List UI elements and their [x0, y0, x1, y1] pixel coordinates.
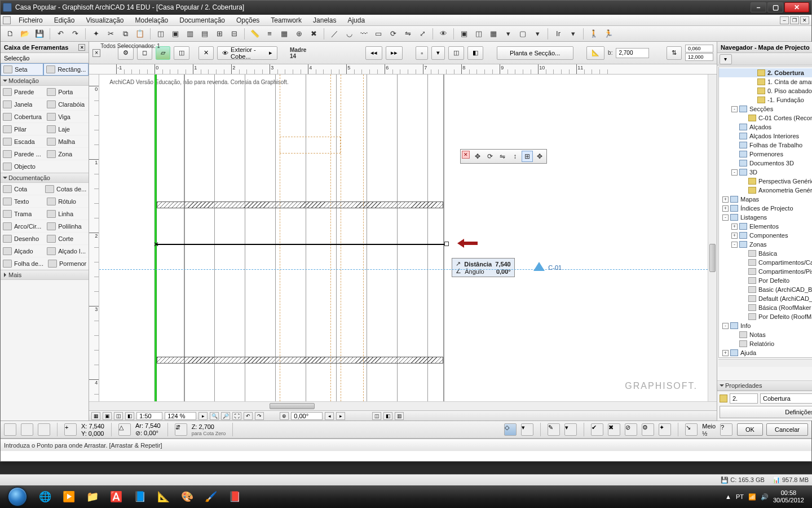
tool-polilinha[interactable]: Polilinha [45, 220, 89, 233]
tree-item[interactable]: -Secções [719, 104, 812, 113]
taskbar-chrome-icon[interactable]: 🎨 [176, 488, 198, 505]
tool-c-icon[interactable]: ▥ [184, 28, 196, 40]
properties-header[interactable]: Propriedades [717, 380, 812, 391]
mirror-icon[interactable]: ⇋ [401, 28, 414, 40]
orient-field[interactable]: 0,00° [291, 412, 323, 420]
start-button[interactable] [2, 487, 33, 507]
tree-item[interactable]: +Índices de Projecto [719, 204, 812, 213]
grid-icon[interactable]: ▦ [278, 28, 290, 40]
tool-aladoi[interactable]: Alçado I... [45, 245, 89, 257]
tree-item[interactable]: 1. Cinta de amarração [719, 77, 812, 86]
nav-popup[interactable]: ▾ [720, 54, 732, 64]
save-icon[interactable]: 💾 [33, 28, 46, 40]
system-tray[interactable]: ▲ PT 📶 🔊 00:58 30/05/2012 [725, 489, 810, 504]
tree-hscroll[interactable] [718, 359, 812, 367]
tree-item[interactable]: Pormenores [719, 150, 812, 159]
tree-item[interactable]: Relatório [719, 339, 812, 348]
minimize-button[interactable]: – [751, 2, 766, 12]
dim-icon1[interactable]: 📐 [586, 46, 604, 60]
tree-item[interactable]: Básica (RoofMaker 2.1) [719, 303, 812, 312]
qo-3[interactable]: ◫ [114, 412, 123, 420]
geom3-btn[interactable]: ◫ [174, 46, 189, 60]
cut-icon[interactable]: ✂ [104, 28, 117, 40]
disp4-icon[interactable]: ▾ [502, 28, 514, 40]
qo-8[interactable]: ◫ [372, 412, 381, 420]
tree-item[interactable]: -Info [719, 321, 812, 330]
taskbar-media-icon[interactable]: ▶️ [58, 488, 80, 505]
selection-header[interactable]: Selecção [1, 53, 89, 63]
tool-escada[interactable]: Escada [1, 135, 45, 148]
cb-z[interactable]: ⇵ [175, 423, 187, 436]
disp5-icon[interactable]: ▢ [517, 28, 529, 40]
mdi-restore[interactable]: ❐ [790, 16, 799, 24]
tool-janela[interactable]: Janela [1, 98, 45, 111]
tree-item[interactable]: C-01 Cortes (Reconstrução Automática do … [719, 113, 812, 122]
undo-icon[interactable]: ↶ [54, 28, 67, 40]
qo-10[interactable]: ▥ [395, 412, 404, 420]
tool-folhade[interactable]: Folha de... [1, 257, 46, 270]
btn-a[interactable]: ▫ [416, 46, 428, 60]
pick-icon[interactable]: ✦ [90, 28, 102, 40]
intersect-btn[interactable]: ✕ [198, 46, 214, 60]
zoom-fit-icon[interactable]: ⛶ [232, 412, 241, 420]
doc-section[interactable]: Documentação [1, 173, 89, 183]
qo-7[interactable]: ▸ [336, 412, 345, 420]
cancel-button[interactable]: Cancelar [766, 423, 808, 436]
pet-rotate-icon[interactable]: ⟳ [484, 151, 496, 162]
tool-clarabia[interactable]: Clarabóia [45, 98, 89, 111]
horizontal-scrollbar[interactable] [89, 401, 717, 410]
tree-item[interactable]: Perspectiva Genérica [719, 177, 812, 186]
qo-6[interactable]: ◂ [325, 412, 334, 420]
new-icon[interactable]: 🗋 [4, 28, 16, 40]
measure-icon[interactable]: 📏 [249, 28, 261, 40]
dim-icon2[interactable]: ⇅ [667, 46, 682, 60]
tray-vol-icon[interactable]: 🔊 [761, 493, 769, 501]
menu-ficheiro[interactable]: Ficheiro [13, 16, 48, 24]
pet-multiply-icon[interactable]: ⊞ [522, 151, 533, 162]
tree-item[interactable]: -3D [719, 168, 812, 177]
tree-item[interactable]: Básica [719, 249, 812, 258]
ok-button[interactable]: OK [737, 423, 763, 436]
menu-opcoes[interactable]: Opções [231, 16, 265, 24]
tray-net-icon[interactable]: 📶 [748, 493, 756, 501]
tool-alado[interactable]: Alçado [1, 245, 45, 257]
cb-magic-icon[interactable]: ✦ [659, 423, 671, 436]
orient-icon[interactable]: ⊕ [280, 412, 289, 420]
btn-b[interactable]: ▾ [431, 46, 445, 60]
tree-item[interactable]: Por Defeito (RoofMaker 2.1) [719, 312, 812, 321]
dd-icon[interactable]: ▾ [567, 28, 579, 40]
btn-d[interactable]: ◧ [467, 46, 483, 60]
mdi-close[interactable]: ✕ [800, 16, 809, 24]
vertical-scrollbar[interactable] [708, 75, 717, 401]
pet-elev-icon[interactable]: ↕ [509, 151, 520, 162]
menu-teamwork[interactable]: Teamwork [265, 16, 307, 24]
cb-3[interactable] [38, 423, 50, 436]
tool-zona[interactable]: Zona [45, 148, 89, 160]
tree-item[interactable]: Por Defeito [719, 276, 812, 285]
rot-icon[interactable]: ⟳ [387, 28, 399, 40]
scale-icon[interactable]: ⤢ [416, 28, 429, 40]
tool-malha[interactable]: Malha [45, 135, 89, 148]
cb-gdd[interactable]: ▾ [564, 423, 577, 436]
h2-field[interactable]: 12,000 [685, 53, 713, 61]
tool-laje[interactable]: Laje [45, 123, 89, 135]
menu-janelas[interactable]: Janelas [307, 16, 342, 24]
tree-item[interactable]: +Ajuda [719, 348, 812, 357]
taskbar-pdf-icon[interactable]: 📕 [223, 488, 246, 505]
tray-flag-icon[interactable]: ▲ [725, 493, 731, 500]
tool-a-icon[interactable]: ◫ [155, 28, 167, 40]
disp3-icon[interactable]: ▦ [487, 28, 500, 40]
layer-select[interactable]: 👁 Exterior - Cobe... ▸ [217, 46, 277, 60]
tool-f-icon[interactable]: ⊟ [228, 28, 240, 40]
tree-item[interactable]: Basic (ArchiCAD_Biblioteca) [719, 285, 812, 294]
copy-icon[interactable]: ⧉ [119, 28, 131, 40]
tool-viga[interactable]: Viga [45, 111, 89, 123]
redo-icon[interactable]: ↷ [69, 28, 81, 40]
project-tree[interactable]: 2. Cobertura1. Cinta de amarração0. Piso… [718, 67, 812, 358]
zoom-next-icon[interactable]: ↷ [255, 412, 264, 420]
pet-drag-icon[interactable]: ✥ [534, 151, 545, 162]
drawing-canvas[interactable]: ArchiCAD Versão Educação, não para reven… [99, 75, 708, 401]
tree-item[interactable]: Alçados [719, 122, 812, 132]
zoom-in-icon[interactable]: 🔍 [210, 412, 219, 420]
person2-icon[interactable]: 🏃 [602, 28, 615, 40]
